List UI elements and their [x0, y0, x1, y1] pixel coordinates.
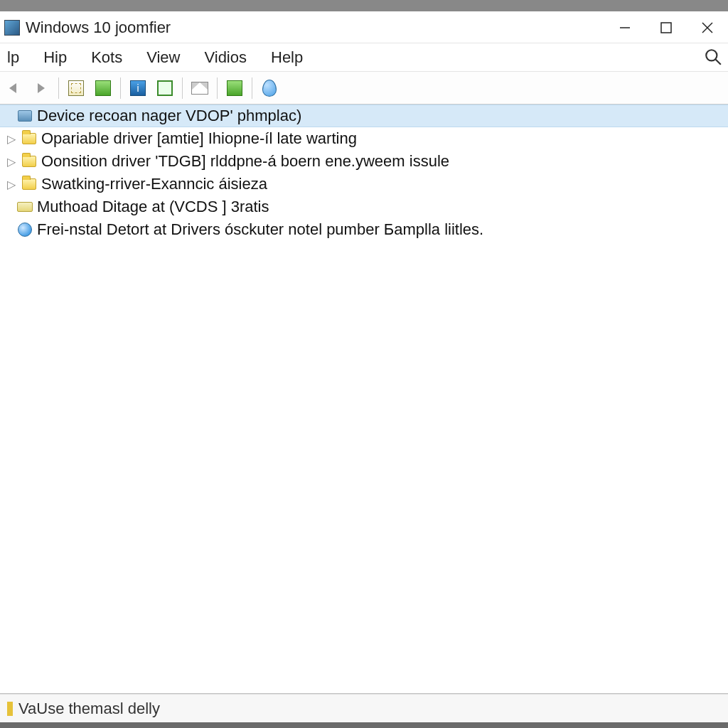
tool-green2[interactable] — [152, 75, 178, 101]
tool-green[interactable] — [90, 75, 116, 101]
pc-icon — [17, 108, 33, 124]
back-button[interactable] — [1, 75, 27, 101]
statusbar: VaUse themasl delly — [0, 694, 728, 722]
tree-row-label: Oonsition driver 'TDGB] rlddpne-á boern … — [41, 152, 449, 171]
tree-row-label: Swatking-rriver-Exanncic áisieza — [41, 175, 267, 193]
maximize-button[interactable] — [646, 12, 687, 43]
caret-placeholder — [1, 224, 13, 235]
blue-icon: i — [129, 79, 147, 97]
svg-marker-6 — [9, 83, 16, 93]
minimize-button[interactable] — [604, 12, 646, 43]
toolbar-separator — [217, 77, 218, 99]
green-icon — [94, 79, 112, 97]
arrow-right-icon — [32, 79, 50, 97]
expand-caret-icon[interactable]: ▷ — [6, 133, 17, 144]
expand-caret-icon[interactable]: ▷ — [6, 178, 17, 190]
tree-row[interactable]: ▷Oonsition driver 'TDGB] rlddpne-á boern… — [0, 150, 728, 173]
tree-row[interactable]: ▷Swatking-rriver-Exanncic áisieza — [0, 173, 728, 196]
green-icon — [225, 79, 244, 97]
tool-refresh[interactable] — [222, 75, 247, 101]
toolbar-separator — [58, 77, 59, 99]
menubar: lp Hip Kots View Vidios Help — [0, 43, 728, 72]
caret-placeholder — [1, 201, 13, 213]
tool-blue[interactable]: i — [125, 75, 151, 101]
box-icon — [67, 79, 85, 97]
toolbar-separator — [252, 77, 252, 99]
tree-row[interactable]: Muthoad Ditage at (VCDS ] 3ratis — [0, 196, 728, 218]
tool-properties[interactable] — [63, 75, 89, 101]
toolbar: i — [0, 72, 728, 105]
menu-item-1[interactable]: Hip — [39, 46, 71, 70]
mail-icon — [191, 79, 209, 97]
svg-point-4 — [706, 50, 717, 60]
tree-row[interactable]: Device recoan nager VDOP' phmplac) — [0, 105, 728, 127]
expand-caret-icon[interactable]: ▷ — [6, 156, 17, 167]
tool-drop[interactable] — [257, 75, 282, 101]
app-window: Windows 10 joomfier lp Hip Kots View Vid… — [0, 11, 728, 722]
svg-rect-1 — [661, 23, 671, 33]
forward-button[interactable] — [28, 75, 54, 101]
minimize-icon — [619, 21, 631, 34]
status-text: VaUse themasl delly — [18, 700, 160, 718]
toolbar-separator — [182, 77, 183, 99]
tree-row-label: Frei-nstal Detort at Drivers ósckuter no… — [37, 220, 483, 239]
close-button[interactable] — [687, 12, 728, 43]
folder-icon — [21, 154, 37, 169]
menu-item-5[interactable]: Help — [267, 46, 307, 70]
arrow-left-icon — [5, 79, 23, 97]
greenline-icon — [156, 79, 174, 97]
menu-item-2[interactable]: Kots — [87, 46, 127, 70]
drop-icon — [260, 79, 279, 97]
toolbar-separator — [120, 77, 121, 99]
menu-item-4[interactable]: Vidios — [200, 46, 251, 70]
folder-icon — [21, 176, 37, 192]
drive-icon — [17, 199, 33, 215]
app-icon — [4, 20, 20, 36]
tree-row-label: Opariable driver [amtie] Ihiopne-íl late… — [41, 129, 357, 148]
tool-mail[interactable] — [187, 75, 213, 101]
svg-marker-7 — [38, 83, 45, 93]
svg-line-5 — [715, 59, 721, 65]
menu-item-3[interactable]: View — [142, 46, 184, 70]
window-title: Windows 10 joomfier — [26, 18, 171, 37]
close-icon — [700, 21, 714, 35]
folder-icon — [21, 131, 37, 146]
tree-row[interactable]: Frei-nstal Detort at Drivers ósckuter no… — [0, 218, 728, 241]
search-icon[interactable] — [704, 48, 722, 66]
status-chip-icon — [7, 702, 13, 716]
tree-row-label: Device recoan nager VDOP' phmplac) — [37, 107, 301, 125]
tree-row-label: Muthoad Ditage at (VCDS ] 3ratis — [37, 198, 269, 216]
menu-item-0[interactable]: lp — [3, 46, 23, 70]
maximize-icon — [660, 21, 673, 34]
titlebar: Windows 10 joomfier — [0, 12, 728, 43]
device-tree[interactable]: Device recoan nager VDOP' phmplac)▷Opari… — [0, 105, 728, 694]
tree-row[interactable]: ▷Opariable driver [amtie] Ihiopne-íl lat… — [0, 127, 728, 150]
globe-icon — [17, 222, 33, 237]
caret-placeholder — [1, 110, 13, 122]
